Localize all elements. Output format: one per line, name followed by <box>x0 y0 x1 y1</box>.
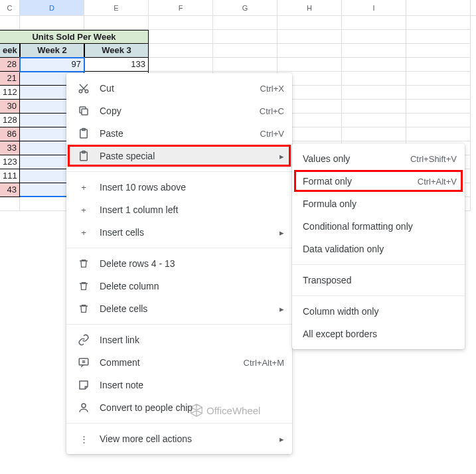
menu-label: Delete rows 4 - 13 <box>100 258 284 269</box>
chevron-right-icon: ▸ <box>279 151 284 161</box>
menu-shortcut: Ctrl+Shift+V <box>410 154 457 164</box>
chevron-right-icon: ▸ <box>279 228 284 238</box>
menu-insert-link[interactable]: Insert link <box>66 329 292 351</box>
link-icon <box>77 333 90 347</box>
col-header-h[interactable]: H <box>278 0 342 15</box>
data-cell[interactable]: 28 <box>0 58 20 72</box>
week-header-1[interactable]: eek 1 <box>0 44 20 58</box>
plus-icon: + <box>77 181 90 194</box>
title-cell[interactable]: Units Sold Per Week <box>0 30 149 44</box>
menu-cut[interactable]: Cut Ctrl+X <box>66 77 292 100</box>
menu-label: Insert note <box>100 380 284 390</box>
cell[interactable] <box>213 16 278 30</box>
col-header-f[interactable]: F <box>149 0 213 15</box>
submenu-formula-only[interactable]: Formula only <box>292 193 465 215</box>
cell[interactable] <box>406 58 471 72</box>
cell[interactable] <box>0 197 20 211</box>
cell[interactable] <box>84 16 149 30</box>
cell[interactable] <box>149 30 213 44</box>
cell[interactable] <box>406 127 471 141</box>
menu-insert-note[interactable]: Insert note <box>66 374 292 396</box>
menu-insert-cells[interactable]: + Insert cells ▸ <box>66 221 292 244</box>
cell[interactable] <box>0 16 20 30</box>
data-cell[interactable]: 21 <box>0 72 20 86</box>
cell[interactable] <box>213 44 278 58</box>
col-header-d[interactable]: D <box>20 0 84 15</box>
data-cell[interactable]: 123 <box>0 155 20 169</box>
menu-label: All except borders <box>303 329 457 339</box>
menu-insert-rows[interactable]: + Insert 10 rows above <box>66 176 292 198</box>
col-header-j[interactable] <box>406 0 471 15</box>
week-header-3[interactable]: Week 3 <box>84 44 149 58</box>
cell[interactable] <box>342 72 406 86</box>
menu-delete-cells[interactable]: Delete cells ▸ <box>66 297 292 320</box>
menu-label: Paste special <box>100 151 274 161</box>
cell[interactable] <box>278 44 342 58</box>
cell[interactable] <box>278 16 342 30</box>
cell[interactable] <box>406 16 471 30</box>
col-header-e[interactable]: E <box>84 0 149 15</box>
cell[interactable] <box>406 100 471 114</box>
cell[interactable] <box>149 58 213 72</box>
col-header-g[interactable]: G <box>213 0 278 15</box>
cell[interactable] <box>342 86 406 100</box>
cell[interactable] <box>149 16 213 30</box>
cell[interactable] <box>213 58 278 72</box>
plus-icon: + <box>77 226 90 239</box>
cell[interactable] <box>406 86 471 100</box>
data-cell[interactable]: 128 <box>0 114 20 127</box>
submenu-transposed[interactable]: Transposed <box>292 269 465 291</box>
menu-divider <box>292 264 465 265</box>
cell[interactable] <box>342 30 406 44</box>
submenu-except-borders[interactable]: All except borders <box>292 323 465 345</box>
week-header-2[interactable]: Week 2 <box>20 44 84 58</box>
submenu-data-validation[interactable]: Data validation only <box>292 238 465 260</box>
data-cell[interactable]: 33 <box>0 141 20 155</box>
data-cell[interactable]: 133 <box>84 58 149 72</box>
cell[interactable] <box>406 72 471 86</box>
menu-delete-rows[interactable]: Delete rows 4 - 13 <box>66 252 292 275</box>
menu-insert-column[interactable]: + Insert 1 column left <box>66 198 292 221</box>
menu-comment[interactable]: Comment Ctrl+Alt+M <box>66 351 292 374</box>
submenu-values-only[interactable]: Values only Ctrl+Shift+V <box>292 147 465 170</box>
submenu-column-width[interactable]: Column width only <box>292 300 465 323</box>
data-cell-active[interactable]: 97 <box>20 58 84 72</box>
submenu-cond-format[interactable]: Conditional formatting only <box>292 215 465 238</box>
cell[interactable] <box>406 114 471 127</box>
person-icon <box>77 401 90 414</box>
data-cell[interactable]: 43 <box>0 183 20 197</box>
cell[interactable] <box>213 30 278 44</box>
col-header-c[interactable]: C <box>0 0 20 15</box>
menu-label: Values only <box>303 153 410 164</box>
cell[interactable] <box>342 16 406 30</box>
menu-delete-column[interactable]: Delete column <box>66 275 292 297</box>
data-cell[interactable]: 111 <box>0 169 20 183</box>
submenu-format-only[interactable]: Format only Ctrl+Alt+V <box>292 170 465 193</box>
menu-label: Insert 1 column left <box>100 204 284 215</box>
cell[interactable] <box>149 44 213 58</box>
menu-paste[interactable]: Paste Ctrl+V <box>66 122 292 145</box>
menu-label: Formula only <box>303 198 457 209</box>
chevron-right-icon: ▸ <box>279 434 284 444</box>
cell[interactable] <box>342 58 406 72</box>
col-header-i[interactable]: I <box>342 0 406 15</box>
svg-point-1 <box>85 90 88 93</box>
data-cell[interactable]: 86 <box>0 127 20 141</box>
cell[interactable] <box>342 100 406 114</box>
menu-copy[interactable]: Copy Ctrl+C <box>66 100 292 122</box>
cell[interactable] <box>278 58 342 72</box>
cell[interactable] <box>406 44 471 58</box>
cell[interactable] <box>342 44 406 58</box>
cell[interactable] <box>342 114 406 127</box>
menu-more-actions[interactable]: ⋮ View more cell actions ▸ <box>66 428 292 450</box>
cell[interactable] <box>278 30 342 44</box>
menu-divider <box>66 324 292 325</box>
data-cell[interactable]: 30 <box>0 100 20 114</box>
menu-shortcut: Ctrl+X <box>260 84 284 94</box>
cell[interactable] <box>20 16 84 30</box>
menu-divider <box>292 295 465 296</box>
menu-paste-special[interactable]: Paste special ▸ <box>66 145 292 167</box>
data-cell[interactable]: 112 <box>0 86 20 100</box>
cell[interactable] <box>406 30 471 44</box>
cell[interactable] <box>342 127 406 141</box>
